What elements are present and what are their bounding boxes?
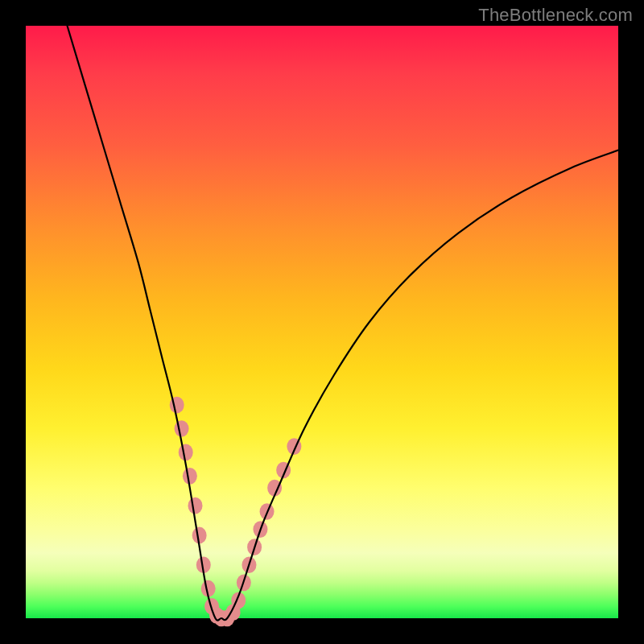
chart-svg xyxy=(26,26,618,618)
highlight-dot xyxy=(179,444,193,461)
outer-frame: TheBottleneck.com xyxy=(0,0,644,644)
marker-layer xyxy=(170,397,302,627)
plot-area xyxy=(26,26,618,618)
highlight-dot xyxy=(188,497,203,514)
watermark-text: TheBottleneck.com xyxy=(478,5,633,26)
highlight-dot xyxy=(175,420,189,437)
highlight-dot xyxy=(183,468,197,485)
bottleneck-curve-path xyxy=(68,26,618,621)
